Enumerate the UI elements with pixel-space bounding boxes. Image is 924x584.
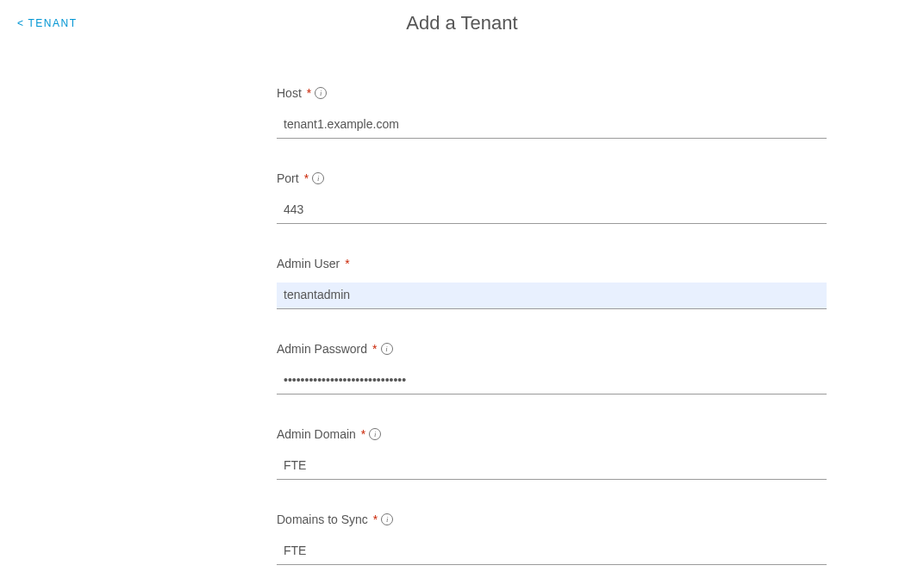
domains-to-sync-field-group: Domains to Sync * i <box>277 513 827 565</box>
add-tenant-form: Host * i Port * i Admin User * Admin Pas… <box>277 86 827 584</box>
domains-to-sync-label-text: Domains to Sync <box>277 513 368 526</box>
required-indicator: * <box>373 513 378 526</box>
port-label-text: Port <box>277 171 299 185</box>
info-icon[interactable]: i <box>381 513 393 525</box>
host-input[interactable] <box>277 112 827 139</box>
info-icon[interactable]: i <box>381 343 393 355</box>
admin-domain-field-group: Admin Domain * i <box>277 427 827 480</box>
admin-password-input[interactable] <box>277 368 827 395</box>
admin-password-field-group: Admin Password * i <box>277 342 827 395</box>
info-icon[interactable]: i <box>312 172 324 184</box>
admin-domain-label: Admin Domain * i <box>277 427 827 441</box>
port-field-group: Port * i <box>277 171 827 224</box>
info-icon[interactable]: i <box>369 428 381 440</box>
admin-user-field-group: Admin User * <box>277 257 827 309</box>
domains-to-sync-input[interactable] <box>277 538 827 565</box>
admin-password-label-text: Admin Password <box>277 342 367 356</box>
port-input[interactable] <box>277 197 827 224</box>
admin-domain-label-text: Admin Domain <box>277 427 356 441</box>
info-icon[interactable]: i <box>315 87 327 99</box>
host-field-group: Host * i <box>277 86 827 139</box>
required-indicator: * <box>372 342 377 356</box>
port-label: Port * i <box>277 171 827 185</box>
required-indicator: * <box>304 171 309 185</box>
admin-user-label: Admin User * <box>277 257 827 270</box>
host-label: Host * i <box>277 86 827 100</box>
host-label-text: Host <box>277 86 302 100</box>
admin-password-label: Admin Password * i <box>277 342 827 356</box>
page-title: Add a Tenant <box>0 12 924 34</box>
admin-user-label-text: Admin User <box>277 257 340 270</box>
admin-domain-input[interactable] <box>277 453 827 480</box>
required-indicator: * <box>307 86 311 100</box>
required-indicator: * <box>345 257 349 270</box>
domains-to-sync-label: Domains to Sync * i <box>277 513 827 526</box>
admin-user-input[interactable] <box>277 283 827 309</box>
required-indicator: * <box>361 427 365 441</box>
